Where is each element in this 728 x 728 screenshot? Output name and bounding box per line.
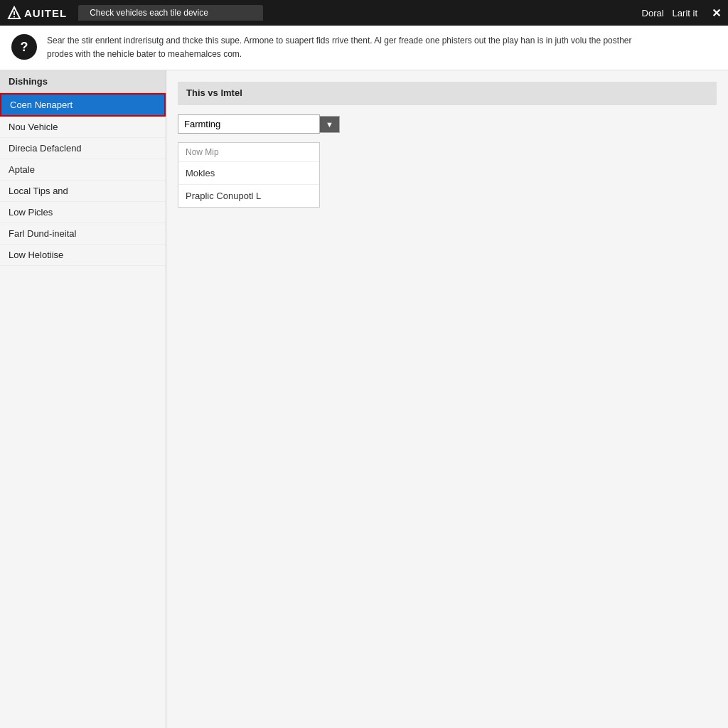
list-item-7[interactable]: Low Helotiise [0, 245, 166, 266]
infobar: ? Sear the stir enrlent indrerisutg and … [0, 26, 728, 70]
right-panel: This vs Imtel Farmting ▼ Now Mip Mokles … [166, 70, 728, 728]
content-area: Now Mip Mokles Praplic Conupotl L [178, 142, 320, 208]
logo-icon [7, 6, 21, 20]
list-item-2[interactable]: Direcia Defaclend [0, 138, 166, 159]
right-panel-header: This vs Imtel [178, 82, 717, 105]
dropdown-value: Farmting [184, 119, 220, 129]
left-panel: Dishings Coen Nenapert Nou Vehicle Direc… [0, 70, 166, 728]
titlebar-actions: Doral Larit it ✕ [642, 6, 721, 20]
list-item-6[interactable]: Farl Dund-ineital [0, 223, 166, 245]
titlebar: AUITEL Check vehicles each tile device D… [0, 0, 728, 26]
list-item-0[interactable]: Coen Nenapert [0, 93, 166, 117]
content-item-0[interactable]: Mokles [178, 162, 319, 185]
action1-button[interactable]: Doral [642, 8, 664, 18]
close-button[interactable]: ✕ [712, 6, 721, 20]
info-line2: prodes with the nehicle bater to meahema… [47, 49, 242, 59]
dropdown-row: Farmting ▼ [178, 114, 717, 134]
dropdown-arrow[interactable]: ▼ [320, 116, 340, 133]
list-item-3[interactable]: Aptale [0, 159, 166, 181]
action2-button[interactable]: Larit it [673, 8, 697, 18]
logo-text: AUITEL [24, 7, 67, 19]
titlebar-tab[interactable]: Check vehicles each tile device [78, 5, 263, 21]
main-content: Dishings Coen Nenapert Nou Vehicle Direc… [0, 70, 728, 728]
content-label: Now Mip [178, 143, 319, 162]
info-line1: Sear the stir enrlent indrerisutg and th… [47, 36, 631, 46]
help-icon: ? [11, 34, 37, 60]
logo: AUITEL [7, 6, 67, 20]
list-item-5[interactable]: Low Picles [0, 202, 166, 223]
svg-point-2 [14, 16, 15, 18]
dropdown-select[interactable]: Farmting [178, 114, 320, 134]
list-item-4[interactable]: Local Tips and [0, 181, 166, 202]
content-item-1[interactable]: Praplic Conupotl L [178, 185, 319, 207]
left-panel-header: Dishings [0, 70, 166, 93]
info-text: Sear the stir enrlent indrerisutg and th… [47, 34, 631, 61]
list-item-1[interactable]: Nou Vehicle [0, 117, 166, 138]
